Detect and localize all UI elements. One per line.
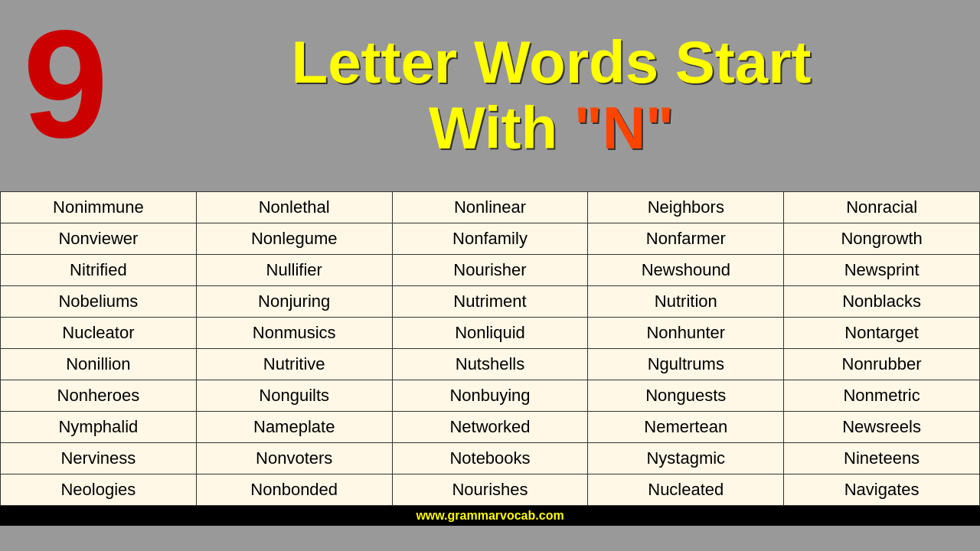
table-cell: Nonbonded xyxy=(196,474,392,506)
table-cell: Nutritive xyxy=(196,349,392,380)
table-cell: Notebooks xyxy=(392,443,588,474)
table-cell: Nonbuying xyxy=(392,380,588,412)
title: Letter Words Start With "N" xyxy=(169,30,812,161)
table-row: NitrifiedNullifierNourisherNewshoundNews… xyxy=(1,255,980,286)
table-row: NervinessNonvotersNotebooksNystagmicNine… xyxy=(1,443,980,474)
table-cell: Nutrition xyxy=(588,286,784,318)
table-cell: Nonblacks xyxy=(784,286,980,318)
table-cell: Nutshells xyxy=(392,349,588,380)
n-highlight: "N" xyxy=(574,94,674,161)
table-cell: Navigates xyxy=(784,474,980,506)
table-cell: Nemertean xyxy=(588,412,784,443)
table-cell: Nerviness xyxy=(1,443,197,474)
table-cell: Nonillion xyxy=(1,349,197,380)
word-table-container: NonimmuneNonlethalNonlinearNeighborsNonr… xyxy=(0,191,980,506)
table-row: NonheroesNonguiltsNonbuyingNonguestsNonm… xyxy=(1,380,980,412)
table-cell: Nutriment xyxy=(392,286,588,318)
table-cell: Neighbors xyxy=(588,192,784,223)
table-row: NonviewerNonlegumeNonfamilyNonfarmerNong… xyxy=(1,223,980,255)
table-cell: Nobeliums xyxy=(1,286,197,318)
table-cell: Nontarget xyxy=(784,318,980,349)
table-cell: Nonmusics xyxy=(196,318,392,349)
table-cell: Nonliquid xyxy=(392,318,588,349)
table-row: NymphalidNameplateNetworkedNemerteanNews… xyxy=(1,412,980,443)
table-cell: Nullifier xyxy=(196,255,392,286)
table-row: NonillionNutritiveNutshellsNgultrumsNonr… xyxy=(1,349,980,380)
table-cell: Nystagmic xyxy=(588,443,784,474)
table-cell: Networked xyxy=(392,412,588,443)
table-cell: Nourishes xyxy=(392,474,588,506)
table-cell: Nourisher xyxy=(392,255,588,286)
table-cell: Nonguests xyxy=(588,380,784,412)
big-nine: 9 xyxy=(23,8,108,161)
table-cell: Nineteens xyxy=(784,443,980,474)
table-row: NobeliumsNonjuringNutrimentNutritionNonb… xyxy=(1,286,980,318)
table-cell: Nonjuring xyxy=(196,286,392,318)
table-cell: Nonfarmer xyxy=(588,223,784,255)
table-cell: Nucleated xyxy=(588,474,784,506)
table-cell: Nonheroes xyxy=(1,380,197,412)
table-cell: Nonmetric xyxy=(784,380,980,412)
table-cell: Nonlegume xyxy=(196,223,392,255)
table-cell: Nonlethal xyxy=(196,192,392,223)
title-line2: With "N" xyxy=(429,94,674,161)
table-cell: Nonlinear xyxy=(392,192,588,223)
footer: www.grammarvocab.com xyxy=(0,506,980,526)
table-cell: Nonvoters xyxy=(196,443,392,474)
table-cell: Nonracial xyxy=(784,192,980,223)
table-cell: Newshound xyxy=(588,255,784,286)
header-section: 9 Letter Words Start With "N" xyxy=(0,0,980,191)
table-cell: Newsreels xyxy=(784,412,980,443)
table-cell: Newsprint xyxy=(784,255,980,286)
word-table: NonimmuneNonlethalNonlinearNeighborsNonr… xyxy=(0,191,980,506)
table-cell: Nymphalid xyxy=(1,412,197,443)
table-cell: Nonviewer xyxy=(1,223,197,255)
table-cell: Ngultrums xyxy=(588,349,784,380)
table-cell: Nonfamily xyxy=(392,223,588,255)
table-cell: Nonimmune xyxy=(1,192,197,223)
table-cell: Nonhunter xyxy=(588,318,784,349)
table-row: NonimmuneNonlethalNonlinearNeighborsNonr… xyxy=(1,192,980,223)
table-cell: Nongrowth xyxy=(784,223,980,255)
table-cell: Neologies xyxy=(1,474,197,506)
table-cell: Nameplate xyxy=(196,412,392,443)
title-line1: Letter Words Start xyxy=(292,28,812,96)
table-cell: Nonguilts xyxy=(196,380,392,412)
footer-url: www.grammarvocab.com xyxy=(416,509,564,522)
table-cell: Nucleator xyxy=(1,318,197,349)
table-row: NucleatorNonmusicsNonliquidNonhunterNont… xyxy=(1,318,980,349)
table-row: NeologiesNonbondedNourishesNucleatedNavi… xyxy=(1,474,980,506)
table-cell: Nonrubber xyxy=(784,349,980,380)
table-cell: Nitrified xyxy=(1,255,197,286)
